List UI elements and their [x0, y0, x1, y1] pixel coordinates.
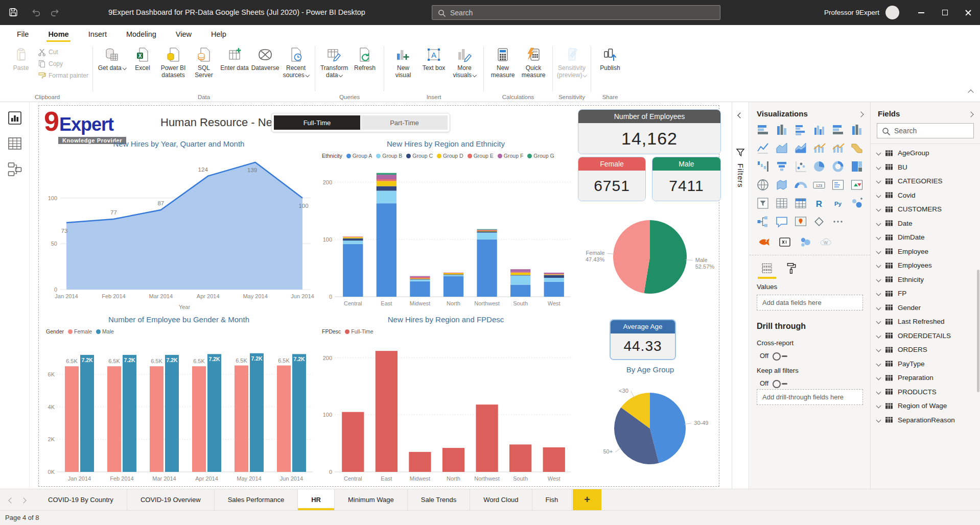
- visual-employees-gender-month[interactable]: Number of Employee bu Gender & MonthGend…: [43, 314, 315, 486]
- visual-icon-clustered-column[interactable]: [811, 122, 827, 137]
- ribbon-dataverse-button[interactable]: Dataverse: [250, 45, 280, 71]
- visual-icon-power-apps[interactable]: [811, 214, 827, 229]
- expand-table-icon[interactable]: [876, 151, 881, 156]
- ribbon-tab-file[interactable]: File: [7, 27, 38, 43]
- visual-icon-100-stacked-bar[interactable]: [830, 122, 846, 137]
- legend-item-group-e[interactable]: Group E: [468, 153, 494, 159]
- expand-table-icon[interactable]: [876, 207, 881, 212]
- tab-format[interactable]: [780, 260, 801, 276]
- expand-table-icon[interactable]: [876, 319, 881, 324]
- toggle-switch[interactable]: [773, 352, 788, 359]
- visual-icon-image-viewer[interactable]: [777, 234, 792, 250]
- ribbon-publish-button[interactable]: Publish: [595, 45, 625, 71]
- field-table-region-of-wage[interactable]: Region of Wage: [871, 399, 980, 413]
- visual-icon-line-and-clustered-column[interactable]: [830, 140, 846, 156]
- visual-icon-waterfall[interactable]: [755, 159, 771, 174]
- visual-new-hires-by-month[interactable]: New Hires by Year, Quarter and Month0501…: [43, 138, 315, 312]
- fields-scrollbar[interactable]: [977, 270, 979, 392]
- legend-item-group-c[interactable]: Group C: [406, 153, 433, 159]
- visual-new-hires-region-fpdesc[interactable]: New Hires by Region and FPDescFPDescFull…: [319, 314, 573, 486]
- visual-icon-scatter-bubbles[interactable]: [798, 234, 813, 250]
- field-table-orders[interactable]: ORDERS: [871, 343, 980, 357]
- filters-pane-label[interactable]: Filters: [736, 163, 745, 188]
- visual-icon-clustered-bar[interactable]: [793, 122, 808, 137]
- field-table-fp[interactable]: FP: [871, 287, 980, 301]
- field-table-dimdate[interactable]: DimDate: [871, 230, 980, 245]
- tab-values-fields[interactable]: [757, 260, 777, 276]
- visual-new-hires-region-ethnicity[interactable]: New Hires by Region and EthnicityEthnici…: [319, 138, 573, 312]
- legend-item-group-b[interactable]: Group B: [376, 153, 402, 159]
- visual-icon-table[interactable]: [774, 196, 789, 211]
- save-icon[interactable]: [8, 7, 19, 18]
- visual-icon-more-options[interactable]: [830, 214, 846, 229]
- expand-table-icon[interactable]: [876, 417, 881, 422]
- navrail-data-view-button[interactable]: [7, 136, 22, 151]
- visual-icon-filled-map[interactable]: [774, 177, 789, 193]
- ribbon-new-measure-button[interactable]: New measure: [488, 45, 518, 79]
- legend-item-group-a[interactable]: Group A: [346, 153, 372, 159]
- expand-filters-icon[interactable]: [738, 110, 742, 120]
- page-tab-covid-19-overview[interactable]: COVID-19 Overview: [127, 489, 215, 510]
- field-table-covid[interactable]: Covid: [871, 188, 980, 203]
- expand-table-icon[interactable]: [876, 305, 881, 310]
- titlebar-search-input[interactable]: Search: [432, 5, 720, 20]
- legend-item-group-f[interactable]: Group F: [498, 153, 524, 159]
- field-table-employee[interactable]: Employee: [871, 245, 980, 259]
- ribbon-get-data-button[interactable]: Get data: [97, 45, 127, 71]
- visual-icon-fish[interactable]: [757, 234, 772, 250]
- field-table-last-refreshed[interactable]: Last Refreshed: [871, 315, 980, 329]
- visual-icon-line[interactable]: [755, 140, 771, 156]
- field-table-customers[interactable]: CUSTOMERS: [871, 202, 980, 217]
- ribbon-transform-data-button[interactable]: Transform data: [319, 45, 349, 79]
- visual-icon-decomposition-tree[interactable]: [755, 214, 771, 229]
- add-data-fields-dropzone[interactable]: Add data fields here: [757, 295, 863, 311]
- field-table-employees[interactable]: Employees: [871, 258, 980, 273]
- field-table-orderdetails[interactable]: ORDERDETAILS: [871, 329, 980, 343]
- minimize-button[interactable]: [909, 0, 933, 25]
- expand-table-icon[interactable]: [876, 403, 881, 409]
- slicer-option-full-time[interactable]: Full-Time: [274, 115, 360, 130]
- field-table-date[interactable]: Date: [871, 217, 980, 231]
- visual-icon-key-influencers[interactable]: [849, 196, 865, 211]
- collapse-visualizations-icon[interactable]: [859, 109, 863, 118]
- expand-table-icon[interactable]: [876, 193, 881, 198]
- expand-table-icon[interactable]: [876, 333, 881, 338]
- slicer-option-part-time[interactable]: Part-Time: [361, 115, 448, 130]
- new-page-button[interactable]: +: [573, 489, 601, 510]
- undo-icon[interactable]: [31, 7, 42, 18]
- visual-icon-100-stacked-column[interactable]: [849, 122, 865, 137]
- ribbon-enter-data-button[interactable]: Enter data: [220, 45, 249, 71]
- close-button[interactable]: [956, 0, 980, 25]
- account-name[interactable]: Professor 9Expert: [824, 9, 879, 16]
- page-tab-hr[interactable]: HR: [298, 489, 335, 510]
- ribbon-new-visual-button[interactable]: New visual: [388, 45, 418, 79]
- expand-table-icon[interactable]: [876, 249, 881, 254]
- visual-icon-line-and-stacked-column[interactable]: [811, 140, 827, 156]
- visual-icon-pie[interactable]: [811, 159, 827, 174]
- expand-table-icon[interactable]: [876, 389, 881, 394]
- visual-icon-q-and-a[interactable]: [774, 214, 789, 229]
- legend-item-male[interactable]: Male: [96, 328, 114, 335]
- visual-icon-map[interactable]: [755, 177, 771, 193]
- navrail-model-view-button[interactable]: [7, 161, 22, 177]
- field-table-gender[interactable]: Gender: [871, 301, 980, 315]
- field-table-paytype[interactable]: PayType: [871, 357, 980, 371]
- field-table-bu[interactable]: BU: [871, 160, 980, 175]
- visual-icon-scatter[interactable]: [793, 159, 808, 174]
- field-table-categories[interactable]: CATEGORIES: [871, 174, 980, 188]
- redo-icon[interactable]: [50, 7, 61, 18]
- ribbon-power-bi-datasets-button[interactable]: Power BI datasets: [158, 45, 188, 79]
- expand-table-icon[interactable]: [876, 277, 881, 282]
- collapse-fields-icon[interactable]: [969, 109, 973, 118]
- collapse-ribbon-icon[interactable]: [969, 87, 973, 97]
- visual-icon-area[interactable]: [774, 140, 789, 156]
- tab-scroll-right-icon[interactable]: [21, 495, 26, 505]
- expand-table-icon[interactable]: [876, 263, 881, 268]
- ribbon-more-visuals-button[interactable]: More visuals: [450, 45, 479, 79]
- page-tab-sale-trends[interactable]: Sale Trends: [408, 489, 470, 510]
- ribbon-tab-help[interactable]: Help: [201, 27, 236, 43]
- visual-icon-kpi[interactable]: [849, 177, 865, 193]
- legend-item-female[interactable]: Female: [68, 328, 92, 335]
- visual-icon-word-cloud[interactable]: W: [818, 234, 833, 250]
- add-drillthrough-fields-dropzone[interactable]: Add drill-through fields here: [757, 389, 863, 405]
